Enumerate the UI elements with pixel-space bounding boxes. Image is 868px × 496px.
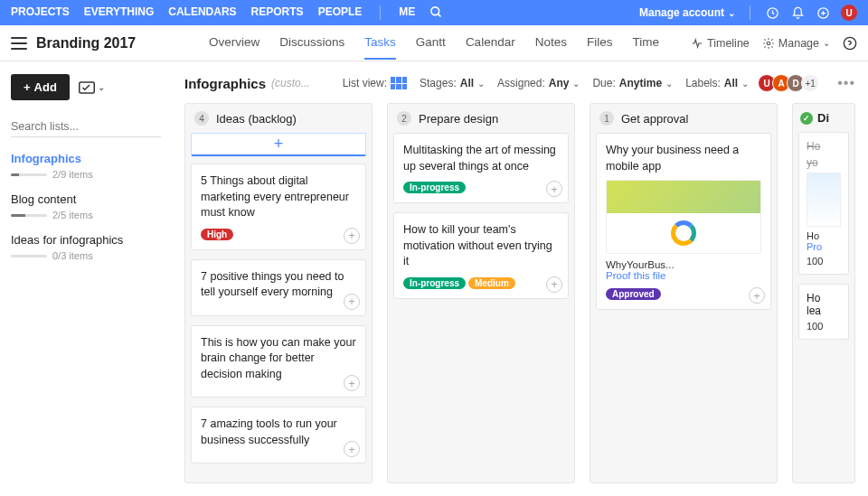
sidebar-add-row: + Add ⌄ xyxy=(11,74,161,100)
card-title-strike: Ho xyxy=(807,140,841,153)
board-columns: 4 Ideas (backlog)+ 5 Things about digita… xyxy=(177,103,863,483)
card-add-icon[interactable]: + xyxy=(546,181,562,197)
sidebar-list-item[interactable]: Ideas for infographics 0/3 items xyxy=(11,233,161,261)
plus-icon: + xyxy=(24,80,31,94)
list-name: Infographics xyxy=(11,152,161,165)
nav-reports[interactable]: REPORTS xyxy=(251,5,304,20)
list-view-toggle[interactable]: List view: xyxy=(343,77,407,89)
card-title: Multitasking the art of messing up sever… xyxy=(403,143,559,174)
proof-link[interactable]: Proof this file xyxy=(606,270,761,281)
board-column: 1 Get approval Why your business need a … xyxy=(590,103,778,483)
avatar[interactable]: U xyxy=(841,5,857,21)
manage-dropdown[interactable]: Manage ⌄ xyxy=(762,37,830,50)
board-column: 2 Prepare design Multitasking the art of… xyxy=(387,103,575,483)
tag-inprog: In-progress xyxy=(403,277,466,289)
activity-icon xyxy=(691,37,703,50)
tab-files[interactable]: Files xyxy=(587,26,613,60)
card-title-strike: yo xyxy=(807,156,841,169)
list-progress-row: 2/9 items xyxy=(11,169,161,180)
assigned-value: Any xyxy=(549,77,570,89)
avatar-row: UAD+1 xyxy=(761,74,819,92)
task-card[interactable]: This is how you can make your brain chan… xyxy=(191,325,366,398)
card-add-icon[interactable]: + xyxy=(546,276,562,293)
nav-everything[interactable]: EVERYTHING xyxy=(84,5,155,20)
project-bar-right: Timeline Manage ⌄ xyxy=(691,36,857,51)
manage-label: Manage xyxy=(778,37,819,50)
gear-icon xyxy=(762,37,775,50)
tab-calendar[interactable]: Calendar xyxy=(466,26,515,60)
timeline-button[interactable]: Timeline xyxy=(691,37,750,50)
column-count: 4 xyxy=(194,111,209,126)
sidebar-list-item[interactable]: Blog content 2/5 items xyxy=(11,192,161,220)
filter-assigned[interactable]: Assigned:Any⌄ xyxy=(497,77,580,89)
task-card[interactable]: How to kill your team's motivation witho… xyxy=(393,212,569,299)
list-name: Ideas for infographics xyxy=(11,233,161,247)
manage-account-label: Manage account xyxy=(639,6,724,19)
svg-line-1 xyxy=(439,14,441,16)
tab-time[interactable]: Time xyxy=(632,26,659,60)
list-progress-row: 2/5 items xyxy=(11,210,161,220)
tab-discussions[interactable]: Discussions xyxy=(279,26,344,60)
task-card[interactable]: 7 positive things you need to tell yours… xyxy=(191,259,366,316)
search-icon[interactable] xyxy=(429,5,443,20)
avatar-more[interactable]: +1 xyxy=(801,74,819,92)
tab-tasks[interactable]: Tasks xyxy=(364,26,396,60)
filter-labels[interactable]: Labels:All⌄ xyxy=(685,77,749,89)
filter-due[interactable]: Due:Anytime⌄ xyxy=(592,77,673,89)
thumb-preview-chart xyxy=(607,213,760,253)
add-circle-icon[interactable] xyxy=(816,5,830,20)
card-add-icon[interactable]: + xyxy=(344,228,360,244)
bell-icon[interactable] xyxy=(790,5,805,20)
top-bar-right: Manage account ⌄ U xyxy=(639,5,857,21)
thumb-filename: Ho xyxy=(807,230,841,241)
add-button[interactable]: + Add xyxy=(11,74,70,100)
card-percent: 100 xyxy=(807,256,841,267)
checkbox-icon xyxy=(79,81,95,94)
manage-account-dropdown[interactable]: Manage account ⌄ xyxy=(639,6,735,19)
column-header: 1 Get approval xyxy=(590,104,777,133)
task-card[interactable]: Ho yo Ho Pro 100 xyxy=(798,132,849,275)
column-header: ✓ Di xyxy=(793,104,854,132)
task-card[interactable]: Why your business need a mobile app WhyY… xyxy=(596,133,771,310)
tab-notes[interactable]: Notes xyxy=(535,26,567,60)
hamburger-icon[interactable] xyxy=(11,37,27,50)
task-card[interactable]: Ho lea 100 xyxy=(798,284,849,340)
check-circle-icon: ✓ xyxy=(800,112,813,125)
card-add-icon[interactable]: + xyxy=(344,294,360,310)
timeline-label: Timeline xyxy=(707,37,750,50)
filter-stages[interactable]: Stages:All⌄ xyxy=(420,77,485,89)
card-title: 5 Things about digital marketing every e… xyxy=(201,173,356,221)
column-title: Prepare design xyxy=(419,112,498,126)
nav-me[interactable]: ME xyxy=(399,5,415,20)
nav-projects[interactable]: PROJECTS xyxy=(11,5,70,20)
grid-view-icon xyxy=(391,77,407,89)
chevron-down-icon: ⌄ xyxy=(823,38,830,48)
nav-calendars[interactable]: CALENDARS xyxy=(168,5,236,20)
card-add-icon[interactable]: + xyxy=(749,287,765,304)
card-thumbnail xyxy=(606,180,761,254)
add-card-button[interactable]: + xyxy=(191,133,366,156)
task-card[interactable]: Multitasking the art of messing up sever… xyxy=(393,133,569,203)
tag-high: High xyxy=(201,229,233,240)
column-title: Ideas (backlog) xyxy=(216,112,297,126)
tab-overview[interactable]: Overview xyxy=(209,26,259,60)
chevron-down-icon: ⌄ xyxy=(572,79,580,89)
card-add-icon[interactable]: + xyxy=(344,375,360,391)
task-card[interactable]: 7 amazing tools to run your business suc… xyxy=(191,407,366,463)
sidebar-list-item[interactable]: Infographics 2/9 items xyxy=(11,152,161,180)
chevron-down-icon: ⌄ xyxy=(477,79,485,89)
clock-icon[interactable] xyxy=(765,5,779,20)
checkmark-dropdown[interactable]: ⌄ xyxy=(79,81,105,94)
help-icon[interactable] xyxy=(843,36,857,51)
search-lists-input[interactable] xyxy=(11,117,161,137)
nav-people[interactable]: PEOPLE xyxy=(318,5,363,20)
more-icon[interactable]: ••• xyxy=(837,75,855,91)
card-add-icon[interactable]: + xyxy=(344,441,360,457)
nav-divider xyxy=(750,5,750,20)
proof-link[interactable]: Pro xyxy=(807,241,841,252)
card-percent: 100 xyxy=(807,321,841,332)
progress-bar xyxy=(11,255,47,257)
sidebar: + Add ⌄ Infographics 2/9 items Blog cont… xyxy=(0,61,172,496)
task-card[interactable]: 5 Things about digital marketing every e… xyxy=(191,164,366,250)
tab-gantt[interactable]: Gantt xyxy=(416,26,446,60)
